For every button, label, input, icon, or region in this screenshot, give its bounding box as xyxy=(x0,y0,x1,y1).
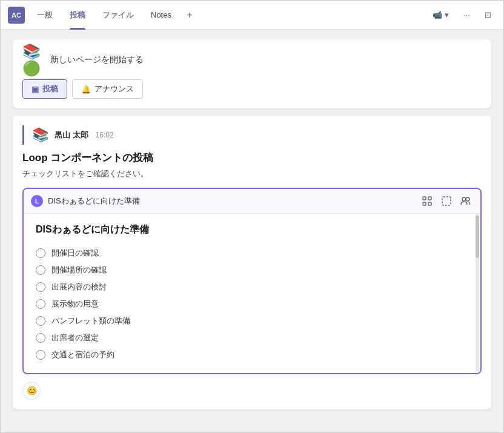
checklist-item: 開催場所の確認 xyxy=(36,262,468,279)
popout-button[interactable]: ⊡ xyxy=(480,8,496,22)
checklist-item-label-1: 開催場所の確認 xyxy=(51,265,107,276)
svg-point-5 xyxy=(462,197,466,201)
loop-component: L DISわぁるどに向けた準備 xyxy=(22,188,482,374)
post-button[interactable]: ▣ 投稿 xyxy=(22,79,67,99)
checklist-item-label-2: 出展内容の検討 xyxy=(51,282,107,293)
announce-label: アナウンス xyxy=(94,84,134,94)
loop-grid-icon[interactable] xyxy=(420,194,434,208)
loop-checklist-title: DISわぁるどに向けた準備 xyxy=(36,223,468,236)
post-card: 📚 黒山 太郎 16:02 Loop コンポーネントの投稿 チェックリストをご確… xyxy=(13,116,491,409)
checklist-item-label-0: 開催日の確認 xyxy=(51,248,99,259)
check-circle-0[interactable] xyxy=(36,248,45,258)
title-bar-actions: 📹 ▾ ··· ⊡ xyxy=(428,8,496,22)
app-container: AC 一般 投稿 ファイル Notes + 📹 ▾ ··· ⊡ 📚🟢 新しいペー… xyxy=(0,0,504,433)
post-author-avatar: 📚 xyxy=(30,125,50,145)
tab-posts[interactable]: 投稿 xyxy=(62,1,93,30)
reaction-bar: 😊 xyxy=(22,382,482,400)
announce-button[interactable]: 🔔 アナウンス xyxy=(72,79,143,99)
check-circle-6[interactable] xyxy=(36,350,45,360)
checklist-item: 出席者の選定 xyxy=(36,329,468,346)
post-author-name: 黒山 太郎 xyxy=(55,130,88,140)
post-icon: ▣ xyxy=(31,85,39,94)
checklist-item: 交通と宿泊の予約 xyxy=(36,346,468,363)
loop-action-icons xyxy=(420,194,473,208)
svg-rect-1 xyxy=(428,197,431,200)
check-circle-4[interactable] xyxy=(36,316,45,326)
check-circle-5[interactable] xyxy=(36,333,45,343)
check-circle-3[interactable] xyxy=(36,299,45,309)
tab-notes[interactable]: Notes xyxy=(144,1,179,30)
new-page-card: 📚🟢 新しいページを開始する ▣ 投稿 🔔 アナウンス xyxy=(13,39,491,108)
checklist-item-label-6: 交通と宿泊の予約 xyxy=(51,349,114,360)
checklist-item: 展示物の用意 xyxy=(36,296,468,312)
checklist-item: 開催日の確認 xyxy=(36,245,468,262)
post-time: 16:02 xyxy=(96,131,114,139)
new-page-icon: 📚🟢 xyxy=(22,49,44,71)
checklist-item-label-4: パンフレット類の準備 xyxy=(51,316,130,326)
reaction-icon: 😊 xyxy=(27,386,37,395)
svg-rect-0 xyxy=(423,197,426,200)
video-button[interactable]: 📹 ▾ xyxy=(428,8,454,22)
tab-files[interactable]: ファイル xyxy=(95,1,141,30)
checklist-item-label-3: 展示物の用意 xyxy=(51,299,99,309)
loop-logo: L xyxy=(31,195,43,207)
loop-scrollbar-thumb[interactable] xyxy=(476,216,479,258)
checklist-item: パンフレット類の準備 xyxy=(36,312,468,329)
loop-title-text: DISわぁるどに向けた準備 xyxy=(48,196,140,207)
post-title: Loop コンポーネントの投稿 xyxy=(22,151,482,165)
checklist-item-label-5: 出席者の選定 xyxy=(51,332,99,343)
new-page-header: 📚🟢 新しいページを開始する xyxy=(22,49,482,71)
loop-header: L DISわぁるどに向けた準備 xyxy=(24,189,480,214)
new-page-buttons: ▣ 投稿 🔔 アナウンス xyxy=(22,79,482,99)
main-content: 📚🟢 新しいページを開始する ▣ 投稿 🔔 アナウンス 📚 黒山 太郎 16:0… xyxy=(1,30,503,432)
avatar: AC xyxy=(8,7,25,24)
video-icon: 📹 xyxy=(433,10,442,19)
checklist-item: 出展内容の検討 xyxy=(36,279,468,296)
announce-icon: 🔔 xyxy=(81,85,91,94)
title-bar: AC 一般 投稿 ファイル Notes + 📹 ▾ ··· ⊡ xyxy=(1,1,503,30)
svg-point-6 xyxy=(466,197,469,201)
nav-tabs: 一般 投稿 ファイル Notes + xyxy=(30,1,423,30)
more-button[interactable]: ··· xyxy=(459,8,475,22)
tab-general[interactable]: 一般 xyxy=(30,1,60,30)
post-header: 📚 黒山 太郎 16:02 xyxy=(22,125,482,145)
add-tab-button[interactable]: + xyxy=(181,7,198,24)
video-chevron: ▾ xyxy=(445,10,449,19)
svg-rect-3 xyxy=(428,202,431,205)
new-page-title: 新しいページを開始する xyxy=(50,55,144,65)
loop-title-area: L DISわぁるどに向けた準備 xyxy=(31,195,140,207)
check-circle-2[interactable] xyxy=(36,282,45,292)
loop-scrollbar xyxy=(476,213,479,372)
post-body: チェックリストをご確認ください。 xyxy=(22,168,482,179)
svg-rect-4 xyxy=(442,197,451,205)
check-circle-1[interactable] xyxy=(36,265,45,275)
loop-users-icon[interactable] xyxy=(459,194,473,208)
loop-body: DISわぁるどに向けた準備 開催日の確認 開催場所の確認 出展内容の検討 xyxy=(24,214,480,373)
reaction-button[interactable]: 😊 xyxy=(22,382,41,400)
post-label: 投稿 xyxy=(42,84,58,94)
svg-rect-2 xyxy=(423,202,426,205)
loop-expand-icon[interactable] xyxy=(439,194,454,208)
